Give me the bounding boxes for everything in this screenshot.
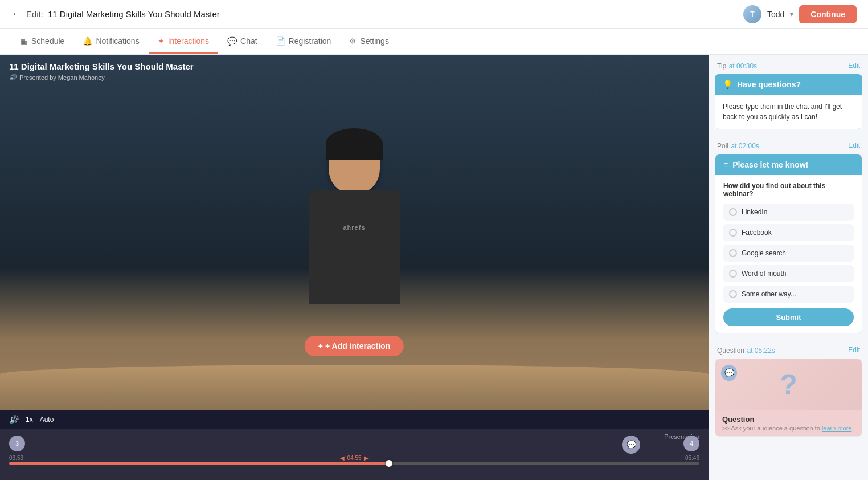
video-info-overlay: 11 Digital Marketing Skills You Should M… xyxy=(9,62,194,81)
right-panel: Tip at 00:30s Edit 💡 Have questions? Ple… xyxy=(709,55,868,480)
question-time: at 05:22s xyxy=(747,347,775,355)
question-edit-button[interactable]: Edit xyxy=(848,346,860,354)
tab-settings[interactable]: ⚙ Settings xyxy=(340,30,398,54)
timeline-dot-4[interactable]: 4 xyxy=(683,436,699,451)
video-content: 11 Digital Marketing Skills You Should M… xyxy=(0,55,709,410)
poll-label: Poll at 02:00s xyxy=(717,140,759,150)
add-interaction-button[interactable]: + + Add interaction xyxy=(305,336,404,356)
question-learn-more-link[interactable]: learn more xyxy=(822,425,852,432)
question-card: 💬 ? Question >> Ask your audience a ques… xyxy=(715,359,862,437)
tab-schedule[interactable]: ▦ Schedule xyxy=(11,30,73,54)
volume-icon[interactable]: 🔊 xyxy=(9,415,19,424)
quality-control[interactable]: Auto xyxy=(40,416,54,424)
poll-section: Poll at 02:00s Edit ≡ Please let me know… xyxy=(709,135,868,339)
question-desc: >> Ask your audience a question to learn… xyxy=(722,425,855,432)
poll-option-otherway-label: Some other way... xyxy=(742,290,796,298)
tip-card-title: Have questions? xyxy=(737,80,801,89)
speed-control[interactable]: 1x xyxy=(26,416,33,424)
poll-submit-button[interactable]: Submit xyxy=(723,308,854,326)
video-frame: 11 Digital Marketing Skills You Should M… xyxy=(0,55,709,410)
radio-facebook[interactable] xyxy=(729,229,737,237)
question-card-label: Question >> Ask your audience a question… xyxy=(715,410,862,436)
edit-label: Edit: xyxy=(26,9,43,19)
timeline: Presentation 3 💬 4 03:53 ◀ 04:55 xyxy=(0,429,709,480)
tip-card-header: 💡 Have questions? xyxy=(715,74,862,95)
radio-google[interactable] xyxy=(729,249,737,257)
radio-linkedin[interactable] xyxy=(729,208,737,216)
tip-label: Tip at 00:30s xyxy=(717,60,757,71)
video-controls: 🔊 1x Auto xyxy=(0,410,709,429)
tab-interactions[interactable]: ✦ Interactions xyxy=(149,30,218,54)
poll-card-header: ≡ Please let me know! xyxy=(715,154,862,175)
chat-dot[interactable]: 💬 xyxy=(622,436,640,454)
time-end: 05:46 xyxy=(685,455,699,461)
person-figure xyxy=(309,133,400,304)
volume-icon-small: 🔊 xyxy=(9,74,17,81)
main-layout: 11 Digital Marketing Skills You Should M… xyxy=(0,55,868,480)
radio-wordofmouth[interactable] xyxy=(729,270,737,278)
poll-list-icon: ≡ xyxy=(723,160,728,169)
person-hair xyxy=(326,128,383,160)
person-head xyxy=(329,133,380,193)
chat-icon: 💬 xyxy=(227,36,237,46)
tab-registration[interactable]: 📄 Registration xyxy=(267,30,341,54)
timeline-bar-container[interactable] xyxy=(0,462,709,465)
user-dropdown-icon[interactable]: ▾ xyxy=(790,10,793,18)
poll-question-text: How did you find out about this webinar? xyxy=(723,182,854,198)
settings-icon: ⚙ xyxy=(349,36,357,46)
interactions-icon: ✦ xyxy=(158,36,165,46)
question-section-header: Question at 05:22s Edit xyxy=(709,339,868,359)
radio-otherway[interactable] xyxy=(729,290,737,298)
registration-icon: 📄 xyxy=(276,36,285,46)
nav-tabs: ▦ Schedule 🔔 Notifications ✦ Interaction… xyxy=(0,29,868,55)
tip-card-text: Please type them in the chat and I'll ge… xyxy=(723,101,854,122)
poll-option-google-label: Google search xyxy=(742,249,786,257)
play-icon[interactable]: ▶ xyxy=(364,455,369,461)
poll-time: at 02:00s xyxy=(731,142,759,150)
question-section: Question at 05:22s Edit 💬 ? Question >> … xyxy=(709,339,868,442)
user-name: Todd xyxy=(767,10,784,19)
video-presenter: 🔊 Presented by Megan Mahoney xyxy=(9,74,194,81)
back-button[interactable]: ← xyxy=(11,8,22,20)
avatar: T xyxy=(743,5,761,23)
rewind-icon: ◀ xyxy=(340,455,345,461)
poll-option-wordofmouth[interactable]: Word of mouth xyxy=(723,265,854,282)
poll-section-header: Poll at 02:00s Edit xyxy=(709,135,868,154)
schedule-icon: ▦ xyxy=(21,36,28,46)
poll-card-title: Please let me know! xyxy=(732,160,808,169)
tip-section-header: Tip at 00:30s Edit xyxy=(709,55,868,74)
tip-edit-button[interactable]: Edit xyxy=(848,62,860,70)
tab-chat[interactable]: 💬 Chat xyxy=(218,30,267,54)
video-title: 11 Digital Marketing Skills You Should M… xyxy=(9,62,194,71)
poll-option-wordofmouth-label: Word of mouth xyxy=(742,270,786,278)
poll-option-linkedin-label: LinkedIn xyxy=(742,208,767,216)
controls-bar: 🔊 1x Auto xyxy=(9,415,699,424)
tab-notifications[interactable]: 🔔 Notifications xyxy=(73,30,148,54)
question-label-text: Question xyxy=(722,415,855,424)
timeline-thumb[interactable] xyxy=(386,460,392,467)
tip-bulb-icon: 💡 xyxy=(723,80,732,89)
time-current: ◀ 04:55 ▶ xyxy=(340,455,368,461)
notifications-icon: 🔔 xyxy=(83,36,92,46)
poll-option-facebook[interactable]: Facebook xyxy=(723,224,854,241)
tip-card-body: Please type them in the chat and I'll ge… xyxy=(715,95,862,129)
time-start: 03:53 xyxy=(9,455,23,461)
person-torso xyxy=(309,190,400,304)
question-mark: ? xyxy=(780,368,797,401)
header-right: T Todd ▾ Continue xyxy=(743,5,857,23)
poll-option-otherway[interactable]: Some other way... xyxy=(723,286,854,303)
timeline-dot-3[interactable]: 3 xyxy=(9,436,25,451)
timeline-numbers: 03:53 ◀ 04:55 ▶ 05:46 xyxy=(0,454,709,462)
poll-option-linkedin[interactable]: LinkedIn xyxy=(723,204,854,221)
poll-card: ≡ Please let me know! How did you find o… xyxy=(715,154,862,333)
continue-button[interactable]: Continue xyxy=(799,5,857,23)
poll-option-google[interactable]: Google search xyxy=(723,245,854,262)
desk xyxy=(0,365,709,410)
question-label: Question at 05:22s xyxy=(717,345,775,355)
poll-edit-button[interactable]: Edit xyxy=(848,141,860,149)
poll-card-body: How did you find out about this webinar?… xyxy=(715,175,862,333)
timeline-bar[interactable] xyxy=(9,462,699,465)
plus-icon: + xyxy=(318,341,323,351)
timeline-progress xyxy=(9,462,389,465)
header-left: ← Edit: 11 Digital Marketing Skills You … xyxy=(11,8,220,20)
